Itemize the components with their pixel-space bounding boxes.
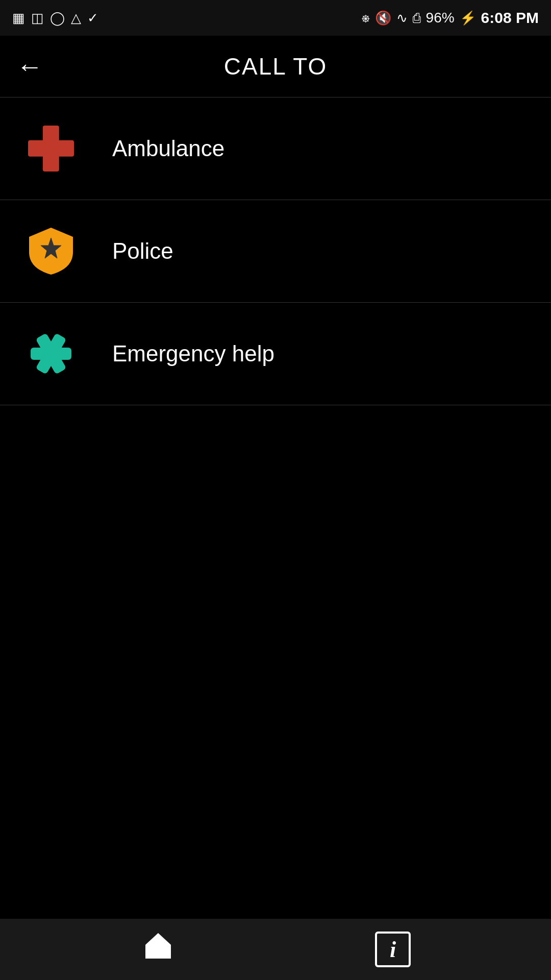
emergency-icon-container bbox=[20, 323, 82, 384]
time-display: 6:08 PM bbox=[481, 9, 539, 27]
info-icon: i bbox=[375, 932, 411, 967]
info-label: i bbox=[390, 937, 396, 963]
police-icon-container bbox=[20, 220, 82, 282]
bluetooth-icon: ⎈ bbox=[362, 10, 370, 26]
divider-3 bbox=[0, 405, 551, 405]
battery-icon: ⚡ bbox=[460, 10, 476, 26]
clock-icon: ◯ bbox=[50, 10, 65, 26]
police-label: Police bbox=[112, 238, 173, 264]
home-icon bbox=[143, 930, 173, 968]
ambulance-label: Ambulance bbox=[112, 136, 224, 161]
battery-level: 96% bbox=[426, 10, 455, 26]
back-button[interactable]: ← bbox=[16, 53, 43, 80]
svg-rect-5 bbox=[154, 950, 162, 959]
check-icon: ✓ bbox=[87, 10, 98, 26]
alert-icon: △ bbox=[71, 10, 81, 26]
image-icon: ▦ bbox=[12, 10, 25, 26]
emergency-asterisk-icon bbox=[26, 328, 77, 379]
page-title: CALL TO bbox=[224, 53, 327, 80]
status-bar: ▦ ◫ ◯ △ ✓ ⎈ 🔇 ∿ ⎙ 96% ⚡ 6:08 PM bbox=[0, 0, 551, 36]
signal-icon: ⎙ bbox=[413, 10, 421, 26]
header: ← CALL TO bbox=[0, 36, 551, 97]
wifi-icon: ∿ bbox=[396, 10, 408, 26]
police-item[interactable]: Police bbox=[0, 200, 551, 302]
police-shield-icon bbox=[28, 227, 74, 276]
status-icons-left: ▦ ◫ ◯ △ ✓ bbox=[12, 10, 98, 26]
info-button[interactable]: i bbox=[367, 929, 418, 970]
bottom-nav: i bbox=[0, 919, 551, 980]
emergency-item[interactable]: Emergency help bbox=[0, 303, 551, 405]
ambulance-item[interactable]: Ambulance bbox=[0, 97, 551, 200]
mute-icon: 🔇 bbox=[375, 10, 391, 26]
ambulance-icon-container bbox=[20, 118, 82, 179]
home-button[interactable] bbox=[133, 929, 184, 970]
bag-icon: ◫ bbox=[31, 10, 44, 26]
status-icons-right: ⎈ 🔇 ∿ ⎙ 96% ⚡ 6:08 PM bbox=[362, 9, 539, 27]
medical-cross-icon bbox=[28, 126, 74, 172]
emergency-label: Emergency help bbox=[112, 341, 274, 366]
